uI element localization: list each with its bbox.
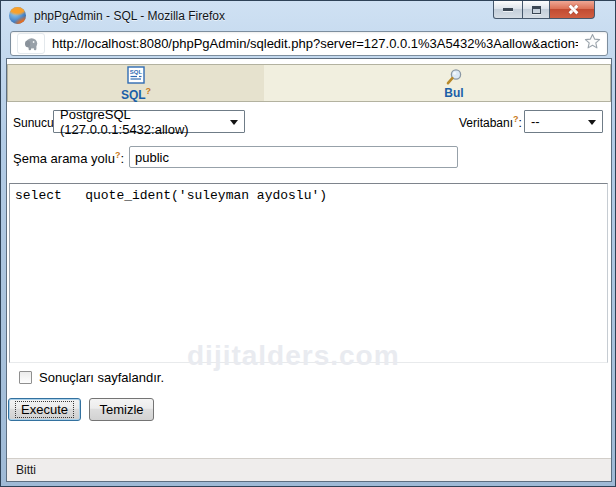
- url-text[interactable]: http://localhost:8080/phpPgAdmin/sqledit…: [52, 36, 578, 51]
- site-identity-button[interactable]: [17, 33, 45, 54]
- firefox-window: phpPgAdmin - SQL - Mozilla Firefox http:…: [0, 0, 616, 487]
- status-bar: Bitti: [7, 458, 611, 481]
- server-select-value: PostgreSQL (127.0.0.1:5432:allow): [60, 107, 224, 137]
- database-select[interactable]: --: [524, 110, 603, 133]
- postgresql-elephant-favicon: [23, 36, 39, 52]
- minimize-icon: [503, 8, 513, 11]
- clear-button-label: Temizle: [99, 402, 143, 417]
- sql-help-link[interactable]: ?: [146, 86, 152, 96]
- tab-sql-label: SQL?: [121, 85, 151, 101]
- execute-button[interactable]: Execute: [8, 398, 81, 421]
- execute-button-label: Execute: [15, 401, 74, 418]
- close-button[interactable]: [549, 1, 595, 19]
- phppgadmin-tab-bar: SQL SQL? Bul: [7, 64, 611, 102]
- server-select[interactable]: PostgreSQL (127.0.0.1:5432:allow): [53, 110, 245, 133]
- maximize-icon: [532, 6, 541, 14]
- window-title: phpPgAdmin - SQL - Mozilla Firefox: [34, 9, 225, 23]
- paginate-label: Sonuçları sayfalandır.: [39, 370, 164, 385]
- sql-query-textarea[interactable]: select quote_ident('suleyman aydoslu'): [9, 183, 608, 363]
- chevron-down-icon: [230, 120, 238, 125]
- firefox-icon: [9, 7, 26, 24]
- sql-document-icon: SQL: [127, 66, 145, 84]
- schema-path-label: Şema arama yolu?:: [13, 150, 124, 166]
- clear-button[interactable]: Temizle: [89, 398, 154, 421]
- minimize-button[interactable]: [493, 1, 523, 19]
- tab-find-label: Bul: [444, 87, 463, 99]
- tab-sql[interactable]: SQL SQL?: [8, 65, 264, 101]
- schema-path-input[interactable]: [129, 146, 458, 168]
- svg-text:SQL: SQL: [130, 68, 143, 74]
- database-select-value: --: [531, 114, 540, 129]
- tab-find[interactable]: Bul: [264, 65, 610, 101]
- window-controls: [493, 1, 595, 19]
- url-bar[interactable]: http://localhost:8080/phpPgAdmin/sqledit…: [10, 31, 608, 56]
- chevron-down-icon: [588, 120, 596, 125]
- paginate-checkbox[interactable]: [19, 371, 32, 384]
- maximize-button[interactable]: [522, 1, 550, 19]
- bookmark-star-icon[interactable]: [584, 33, 601, 54]
- database-label: Veritabanı?:: [459, 114, 522, 130]
- close-icon: [567, 4, 578, 15]
- magnifier-icon: [445, 68, 463, 86]
- status-text: Bitti: [16, 463, 36, 477]
